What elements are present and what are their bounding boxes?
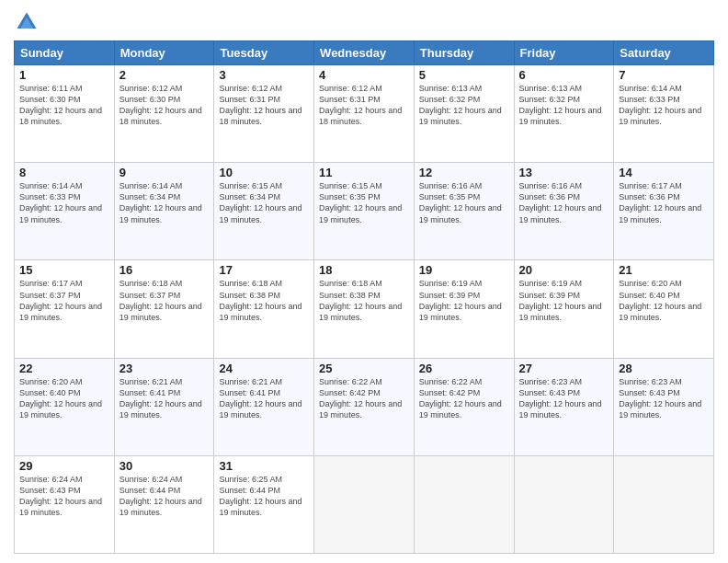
day-header-thursday: Thursday [414, 41, 514, 65]
day-number: 28 [619, 362, 709, 375]
day-cell-24: 24Sunrise: 6:21 AMSunset: 6:41 PMDayligh… [214, 358, 314, 455]
day-cell-31: 31Sunrise: 6:25 AMSunset: 6:44 PMDayligh… [214, 455, 314, 553]
empty-cell [414, 455, 514, 553]
day-number: 24 [219, 362, 309, 375]
day-number: 5 [419, 68, 509, 82]
day-info: Sunrise: 6:16 AMSunset: 6:36 PMDaylight:… [519, 180, 609, 225]
day-number: 3 [219, 68, 309, 82]
day-number: 31 [219, 459, 309, 473]
day-info: Sunrise: 6:16 AMSunset: 6:35 PMDaylight:… [419, 180, 509, 225]
day-cell-25: 25Sunrise: 6:22 AMSunset: 6:42 PMDayligh… [314, 358, 415, 455]
day-info: Sunrise: 6:14 AMSunset: 6:34 PMDaylight:… [119, 180, 210, 225]
day-cell-10: 10Sunrise: 6:15 AMSunset: 6:34 PMDayligh… [214, 163, 314, 260]
day-cell-30: 30Sunrise: 6:24 AMSunset: 6:44 PMDayligh… [114, 455, 214, 553]
day-cell-13: 13Sunrise: 6:16 AMSunset: 6:36 PMDayligh… [514, 163, 614, 260]
day-info: Sunrise: 6:14 AMSunset: 6:33 PMDaylight:… [19, 180, 109, 225]
day-info: Sunrise: 6:18 AMSunset: 6:38 PMDaylight:… [319, 278, 409, 323]
day-cell-26: 26Sunrise: 6:22 AMSunset: 6:42 PMDayligh… [414, 358, 514, 455]
day-number: 4 [319, 68, 409, 82]
day-header-wednesday: Wednesday [314, 41, 415, 65]
day-number: 16 [119, 263, 210, 277]
day-info: Sunrise: 6:21 AMSunset: 6:41 PMDaylight:… [119, 376, 210, 421]
day-number: 20 [519, 263, 609, 277]
week-row-3: 15Sunrise: 6:17 AMSunset: 6:37 PMDayligh… [15, 260, 714, 358]
day-number: 10 [219, 166, 309, 179]
empty-cell [614, 455, 714, 553]
day-number: 15 [19, 263, 109, 277]
day-cell-8: 8Sunrise: 6:14 AMSunset: 6:33 PMDaylight… [15, 163, 115, 260]
day-info: Sunrise: 6:12 AMSunset: 6:31 PMDaylight:… [219, 83, 309, 128]
day-number: 17 [219, 263, 309, 277]
day-number: 25 [319, 362, 409, 375]
day-info: Sunrise: 6:20 AMSunset: 6:40 PMDaylight:… [19, 376, 109, 421]
day-cell-18: 18Sunrise: 6:18 AMSunset: 6:38 PMDayligh… [314, 260, 415, 358]
day-cell-9: 9Sunrise: 6:14 AMSunset: 6:34 PMDaylight… [114, 163, 214, 260]
day-info: Sunrise: 6:21 AMSunset: 6:41 PMDaylight:… [219, 376, 309, 421]
day-info: Sunrise: 6:22 AMSunset: 6:42 PMDaylight:… [319, 376, 409, 421]
day-info: Sunrise: 6:17 AMSunset: 6:36 PMDaylight:… [619, 180, 709, 225]
day-header-friday: Friday [514, 41, 614, 65]
week-row-4: 22Sunrise: 6:20 AMSunset: 6:40 PMDayligh… [15, 358, 714, 455]
day-number: 6 [519, 68, 609, 82]
day-number: 19 [419, 263, 509, 277]
day-number: 9 [119, 166, 210, 179]
day-info: Sunrise: 6:25 AMSunset: 6:44 PMDaylight:… [219, 474, 309, 519]
day-cell-20: 20Sunrise: 6:19 AMSunset: 6:39 PMDayligh… [514, 260, 614, 358]
page: SundayMondayTuesdayWednesdayThursdayFrid… [0, 0, 728, 563]
day-info: Sunrise: 6:14 AMSunset: 6:33 PMDaylight:… [619, 83, 709, 128]
day-cell-12: 12Sunrise: 6:16 AMSunset: 6:35 PMDayligh… [414, 163, 514, 260]
day-number: 1 [19, 68, 109, 82]
day-cell-27: 27Sunrise: 6:23 AMSunset: 6:43 PMDayligh… [514, 358, 614, 455]
day-number: 2 [119, 68, 210, 82]
day-cell-23: 23Sunrise: 6:21 AMSunset: 6:41 PMDayligh… [114, 358, 214, 455]
week-row-1: 1Sunrise: 6:11 AMSunset: 6:30 PMDaylight… [15, 65, 714, 163]
day-info: Sunrise: 6:22 AMSunset: 6:42 PMDaylight:… [419, 376, 509, 421]
day-number: 21 [619, 263, 709, 277]
empty-cell [514, 455, 614, 553]
day-info: Sunrise: 6:15 AMSunset: 6:35 PMDaylight:… [319, 180, 409, 225]
day-info: Sunrise: 6:18 AMSunset: 6:37 PMDaylight:… [119, 278, 210, 323]
day-cell-19: 19Sunrise: 6:19 AMSunset: 6:39 PMDayligh… [414, 260, 514, 358]
header [14, 9, 714, 35]
day-cell-2: 2Sunrise: 6:12 AMSunset: 6:30 PMDaylight… [114, 65, 214, 163]
day-cell-3: 3Sunrise: 6:12 AMSunset: 6:31 PMDaylight… [214, 65, 314, 163]
day-cell-11: 11Sunrise: 6:15 AMSunset: 6:35 PMDayligh… [314, 163, 415, 260]
day-header-monday: Monday [114, 41, 214, 65]
day-info: Sunrise: 6:13 AMSunset: 6:32 PMDaylight:… [419, 83, 509, 128]
day-cell-22: 22Sunrise: 6:20 AMSunset: 6:40 PMDayligh… [15, 358, 115, 455]
day-number: 29 [19, 459, 109, 473]
day-cell-5: 5Sunrise: 6:13 AMSunset: 6:32 PMDaylight… [414, 65, 514, 163]
day-info: Sunrise: 6:19 AMSunset: 6:39 PMDaylight:… [519, 278, 609, 323]
day-info: Sunrise: 6:17 AMSunset: 6:37 PMDaylight:… [19, 278, 109, 323]
day-cell-1: 1Sunrise: 6:11 AMSunset: 6:30 PMDaylight… [15, 65, 115, 163]
day-cell-16: 16Sunrise: 6:18 AMSunset: 6:37 PMDayligh… [114, 260, 214, 358]
day-header-sunday: Sunday [15, 41, 115, 65]
day-header-saturday: Saturday [614, 41, 714, 65]
day-info: Sunrise: 6:24 AMSunset: 6:43 PMDaylight:… [19, 474, 109, 519]
day-number: 18 [319, 263, 409, 277]
day-cell-7: 7Sunrise: 6:14 AMSunset: 6:33 PMDaylight… [614, 65, 714, 163]
day-number: 27 [519, 362, 609, 375]
day-info: Sunrise: 6:12 AMSunset: 6:30 PMDaylight:… [119, 83, 210, 128]
day-number: 14 [619, 166, 709, 179]
day-number: 11 [319, 166, 409, 179]
day-number: 30 [119, 459, 210, 473]
week-row-2: 8Sunrise: 6:14 AMSunset: 6:33 PMDaylight… [15, 163, 714, 260]
day-header-tuesday: Tuesday [214, 41, 314, 65]
day-info: Sunrise: 6:18 AMSunset: 6:38 PMDaylight:… [219, 278, 309, 323]
day-info: Sunrise: 6:24 AMSunset: 6:44 PMDaylight:… [119, 474, 210, 519]
day-info: Sunrise: 6:23 AMSunset: 6:43 PMDaylight:… [619, 376, 709, 421]
day-number: 23 [119, 362, 210, 375]
day-info: Sunrise: 6:11 AMSunset: 6:30 PMDaylight:… [19, 83, 109, 128]
day-number: 12 [419, 166, 509, 179]
day-cell-15: 15Sunrise: 6:17 AMSunset: 6:37 PMDayligh… [15, 260, 115, 358]
calendar-header-row: SundayMondayTuesdayWednesdayThursdayFrid… [15, 41, 714, 65]
week-row-5: 29Sunrise: 6:24 AMSunset: 6:43 PMDayligh… [15, 455, 714, 553]
day-info: Sunrise: 6:13 AMSunset: 6:32 PMDaylight:… [519, 83, 609, 128]
day-info: Sunrise: 6:19 AMSunset: 6:39 PMDaylight:… [419, 278, 509, 323]
day-info: Sunrise: 6:15 AMSunset: 6:34 PMDaylight:… [219, 180, 309, 225]
day-cell-4: 4Sunrise: 6:12 AMSunset: 6:31 PMDaylight… [314, 65, 415, 163]
day-cell-6: 6Sunrise: 6:13 AMSunset: 6:32 PMDaylight… [514, 65, 614, 163]
day-cell-21: 21Sunrise: 6:20 AMSunset: 6:40 PMDayligh… [614, 260, 714, 358]
day-cell-14: 14Sunrise: 6:17 AMSunset: 6:36 PMDayligh… [614, 163, 714, 260]
